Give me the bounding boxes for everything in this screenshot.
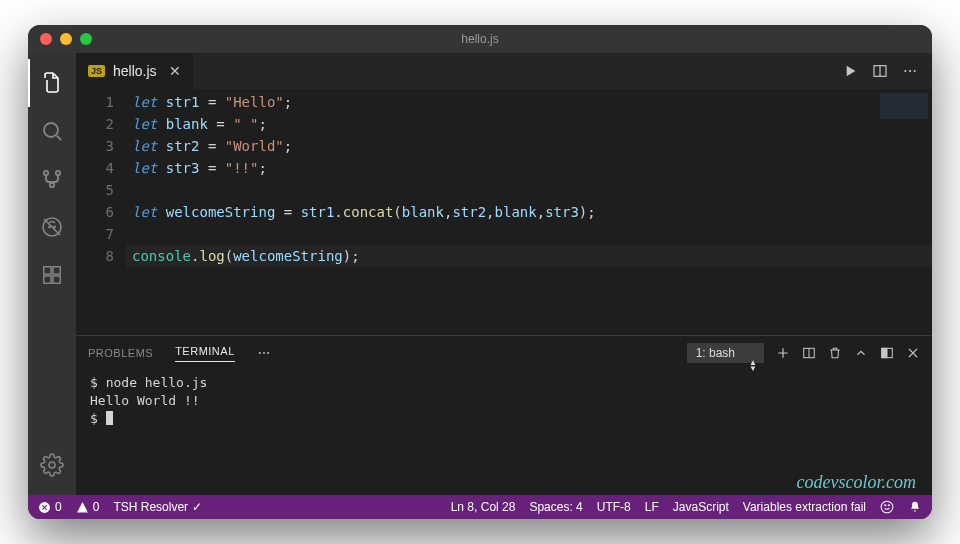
panel-tabs: PROBLEMS TERMINAL 1: bash ▲▼ — [76, 336, 932, 370]
panel-more-icon[interactable] — [257, 346, 271, 360]
svg-point-15 — [914, 70, 916, 72]
titlebar: hello.js — [28, 25, 932, 53]
svg-point-3 — [50, 183, 54, 187]
svg-point-0 — [44, 123, 58, 137]
close-tab-icon[interactable]: ✕ — [169, 63, 181, 79]
content-area: JS hello.js ✕ 12345678 — [76, 53, 932, 495]
status-eol[interactable]: LF — [645, 500, 659, 514]
terminal-cursor — [106, 411, 113, 425]
svg-point-2 — [56, 171, 60, 175]
editor-tabs: JS hello.js ✕ — [76, 53, 932, 89]
line-number: 1 — [76, 91, 114, 113]
status-warnings-count: 0 — [93, 500, 100, 514]
svg-point-16 — [259, 352, 261, 354]
status-indentation[interactable]: Spaces: 4 — [529, 500, 582, 514]
tab-hello-js[interactable]: JS hello.js ✕ — [76, 53, 194, 89]
main-area: JS hello.js ✕ 12345678 — [28, 53, 932, 495]
line-number: 6 — [76, 201, 114, 223]
svg-point-25 — [888, 505, 889, 506]
window-title: hello.js — [28, 32, 932, 46]
js-file-icon: JS — [88, 65, 105, 77]
svg-point-11 — [49, 462, 55, 468]
svg-point-1 — [44, 171, 48, 175]
svg-point-23 — [881, 501, 893, 513]
status-cursor-position[interactable]: Ln 8, Col 28 — [451, 500, 516, 514]
code-line[interactable]: let welcomeString = str1.concat(blank,st… — [132, 204, 596, 220]
status-encoding[interactable]: UTF-8 — [597, 500, 631, 514]
editor-tab-actions — [842, 53, 932, 89]
svg-point-18 — [267, 352, 269, 354]
check-icon: ✓ — [192, 500, 202, 514]
new-terminal-icon[interactable] — [776, 346, 790, 360]
terminal-output[interactable]: $ node hello.jsHello World !!$ codevscol… — [76, 370, 932, 495]
svg-rect-9 — [53, 276, 60, 283]
more-actions-icon[interactable] — [902, 63, 918, 79]
terminal-selector-label: 1: bash — [696, 346, 735, 360]
status-errors[interactable]: 0 — [38, 500, 62, 514]
svg-rect-21 — [882, 348, 887, 357]
explorer-icon[interactable] — [28, 59, 76, 107]
extensions-icon[interactable] — [28, 251, 76, 299]
debug-icon[interactable] — [28, 203, 76, 251]
panel-up-icon[interactable] — [854, 346, 868, 360]
svg-point-17 — [263, 352, 265, 354]
code-line[interactable]: let str3 = "!!"; — [132, 160, 267, 176]
line-number: 5 — [76, 179, 114, 201]
status-warnings[interactable]: 0 — [76, 500, 100, 514]
svg-point-13 — [904, 70, 906, 72]
status-tsh-resolver[interactable]: TSH Resolver ✓ — [113, 500, 202, 514]
activity-bar — [28, 53, 76, 495]
terminal-selector[interactable]: 1: bash ▲▼ — [687, 343, 764, 363]
svg-point-14 — [909, 70, 911, 72]
svg-point-5 — [49, 226, 50, 227]
svg-point-24 — [885, 505, 886, 506]
line-number: 2 — [76, 113, 114, 135]
terminal-line: $ — [90, 410, 918, 428]
code-line[interactable]: let str2 = "World"; — [132, 138, 292, 154]
notifications-bell-icon[interactable] — [908, 500, 922, 514]
svg-rect-8 — [44, 276, 51, 283]
source-control-icon[interactable] — [28, 155, 76, 203]
status-bar: 0 0 TSH Resolver ✓ Ln 8, Col 28 Spaces: … — [28, 495, 932, 519]
status-language[interactable]: JavaScript — [673, 500, 729, 514]
tab-filename: hello.js — [113, 63, 157, 79]
code-line[interactable]: let str1 = "Hello"; — [132, 94, 292, 110]
svg-rect-7 — [44, 267, 51, 274]
watermark: codevscolor.com — [797, 473, 916, 491]
panel-tab-terminal[interactable]: TERMINAL — [175, 345, 235, 362]
status-extra[interactable]: Variables extraction fail — [743, 500, 866, 514]
settings-gear-icon[interactable] — [28, 441, 76, 489]
line-number-gutter: 12345678 — [76, 89, 132, 335]
line-number: 8 — [76, 245, 114, 267]
line-number: 7 — [76, 223, 114, 245]
kill-terminal-icon[interactable] — [828, 346, 842, 360]
svg-point-6 — [54, 226, 55, 227]
run-icon[interactable] — [842, 63, 858, 79]
terminal-line: Hello World !! — [90, 392, 918, 410]
close-panel-icon[interactable] — [906, 346, 920, 360]
line-number: 4 — [76, 157, 114, 179]
panel-tab-problems[interactable]: PROBLEMS — [88, 347, 153, 359]
line-number: 3 — [76, 135, 114, 157]
terminal-line: $ node hello.js — [90, 374, 918, 392]
code-editor[interactable]: 12345678 let str1 = "Hello"; let blank =… — [76, 89, 932, 335]
code-line[interactable] — [132, 182, 140, 198]
code-line[interactable]: let blank = " "; — [132, 116, 267, 132]
panel-actions: 1: bash ▲▼ — [687, 343, 920, 363]
maximize-panel-icon[interactable] — [880, 346, 894, 360]
split-terminal-icon[interactable] — [802, 346, 816, 360]
bottom-panel: PROBLEMS TERMINAL 1: bash ▲▼ — [76, 335, 932, 495]
search-icon[interactable] — [28, 107, 76, 155]
minimap[interactable] — [880, 93, 928, 119]
split-editor-icon[interactable] — [872, 63, 888, 79]
code-line[interactable]: console.log(welcomeString); — [126, 245, 932, 267]
code-line[interactable] — [132, 226, 140, 242]
status-errors-count: 0 — [55, 500, 62, 514]
feedback-smiley-icon[interactable] — [880, 500, 894, 514]
svg-rect-10 — [53, 267, 60, 274]
code-body[interactable]: let str1 = "Hello"; let blank = " "; let… — [132, 89, 932, 335]
editor-window: hello.js JS — [28, 25, 932, 519]
